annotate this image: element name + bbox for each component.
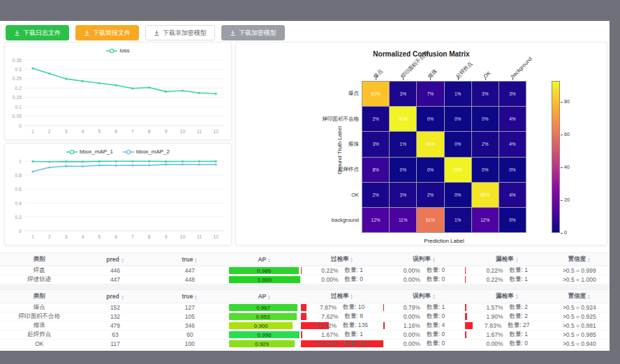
class-cell: 焊缝轨迹 [0,275,79,285]
overdetect-cell: 117.00%数量: 117 [301,340,383,349]
missdetect-cell: 0.22%数量: 1 [465,275,549,285]
column-header-4[interactable]: 过检率▲▼ [301,290,383,303]
matrix-cell: 0% [499,208,526,232]
download-plain-model-button[interactable]: 下载非加密模型 [145,25,215,40]
svg-text:4: 4 [81,129,84,134]
loss-chart-card: loss 00.050.10.150.20.250.30.35123456789… [4,42,232,140]
svg-text:0.3: 0.3 [15,67,22,72]
overdetect-cell: 7.87%数量: 10 [301,303,383,312]
rate-cell: 0.22%数量: 1 [465,266,549,275]
matrix-cell: 89% [472,183,499,207]
sort-icon[interactable]: ▲▼ [350,294,353,299]
svg-text:0.2: 0.2 [15,215,22,220]
dashboard: 下载日志文件 下载简报文件 下载非加密模型 下载加密模型 loss 00.050… [0,21,610,351]
sort-icon[interactable]: ▲▼ [194,294,198,300]
table-row: 焊盘4464470.9860.22%数量: 10.00%数量: 00.22%数量… [0,266,610,275]
table-row: 熔珠4793460.90039.42%数量: 1361.16%数量: 47.83… [0,321,610,331]
svg-text:0: 0 [19,123,22,128]
rate-cell: 117.00%数量: 117 [301,340,383,348]
column-header-4[interactable]: 过检率▲▼ [301,253,383,266]
pred-cell: 63 [79,331,152,340]
sort-icon[interactable]: ▲▼ [121,257,124,263]
column-header-0: 类别 [0,253,79,266]
matrix-cell: 92% [445,158,471,182]
column-header-1[interactable]: pred▲▼ [79,290,152,303]
pred-cell: 152 [79,303,152,312]
colorbar-tick-label: 0 [564,230,567,235]
download-log-button[interactable]: 下载日志文件 [6,25,69,40]
matrix-column-label: background [510,56,533,79]
svg-text:11: 11 [197,234,202,239]
column-header-5[interactable]: 误判率▲▼ [383,253,465,266]
sort-icon[interactable]: ▲▼ [350,257,353,262]
confusion-matrix-grid: 81%3%7%1%3%3%2%92%0%0%0%4%3%1%90%0%2%4%8… [362,81,526,233]
matrix-cell: 0% [445,107,471,131]
axis-tick [485,78,486,80]
svg-text:0: 0 [19,229,22,234]
sort-icon[interactable]: ▲▼ [432,294,436,299]
misjudge-cell: 1.16%数量: 4 [383,321,465,331]
svg-text:2: 2 [48,129,51,134]
column-header-3[interactable]: AP▲▼ [228,290,301,303]
matrix-cell: 61% [417,208,443,232]
axis-tick [403,78,404,80]
rate-cell: 1.16%数量: 4 [383,321,465,330]
matrix-cell: 11% [390,208,416,232]
confidence-cell: >0.5 = 1.000 [549,275,610,285]
svg-text:12: 12 [213,234,219,239]
sort-icon[interactable]: ▲▼ [267,294,271,300]
matrix-row-label: 焊印面积不合格 [236,116,359,123]
ap-bar: 1.000 [229,276,300,283]
svg-text:1: 1 [31,234,34,239]
sort-icon[interactable]: ▲▼ [432,257,436,262]
legend-item-bbox_mAP_1[interactable]: bbox_mAP_1 [66,147,113,156]
matrix-column-label: OK [482,70,492,79]
table-row: 起焊炸点63600.9961.67%数量: 10.00%数量: 01.67%数量… [0,331,610,340]
confusion-matrix-card: Normalized Confusion Matrix Ground Truth… [235,42,607,245]
rate-cell: 1.67%数量: 1 [465,331,549,339]
matrix-cell: 0% [445,183,471,207]
legend-item-loss[interactable]: loss [106,46,129,55]
matrix-row-label: 爆点 [236,90,359,97]
sort-icon[interactable]: ▲▼ [515,257,519,262]
svg-text:3: 3 [65,234,68,239]
column-header-6[interactable]: 漏检率▲▼ [465,290,549,303]
column-header-6[interactable]: 漏检率▲▼ [465,253,549,266]
svg-text:0.25: 0.25 [12,76,22,81]
sort-icon[interactable]: ▲▼ [121,294,124,300]
column-header-2[interactable]: true▲▼ [152,253,228,266]
sort-icon[interactable]: ▲▼ [515,294,519,299]
ap-bar: 0.996 [229,331,300,338]
column-header-3[interactable]: AP▲▼ [228,253,301,266]
class-cell: 起焊炸点 [0,331,79,340]
loss-line-chart: 00.050.10.150.20.250.30.3512345678910111… [5,55,231,136]
column-header-7[interactable]: 置信度▲▼ [549,253,610,266]
sort-icon[interactable]: ▲▼ [194,257,198,263]
class-cell: 爆点 [0,303,79,312]
download-icon [230,30,236,36]
class-cell: 熔珠 [0,321,79,331]
overdetect-cell: 1.67%数量: 1 [301,331,383,340]
axis-tick [430,78,431,80]
column-header-5[interactable]: 误判率▲▼ [383,290,465,303]
column-header-1[interactable]: pred▲▼ [79,253,152,266]
sort-icon[interactable]: ▲▼ [267,257,271,263]
misjudge-cell: 0.79%数量: 1 [383,303,465,312]
axis-tick [512,78,513,80]
matrix-cell: 1% [445,208,471,232]
misjudge-cell: 0.00%数量: 0 [383,275,465,285]
column-header-7[interactable]: 置信度▲▼ [549,290,610,303]
svg-text:5: 5 [98,129,101,134]
svg-text:11: 11 [197,129,202,134]
matrix-cell: 4% [499,132,526,156]
colorbar-tick [561,135,563,135]
rate-cell: 0.79%数量: 1 [383,303,465,312]
download-report-button[interactable]: 下载简报文件 [75,25,139,40]
sort-icon[interactable]: ▲▼ [587,294,591,299]
matrix-cell: 3% [499,82,526,106]
sort-icon[interactable]: ▲▼ [587,257,591,262]
ap-cell: 0.996 [228,331,301,340]
column-header-2[interactable]: true▲▼ [152,290,228,303]
download-encrypted-model-button[interactable]: 下载加密模型 [221,25,285,40]
legend-item-bbox_mAP_2[interactable]: bbox_mAP_2 [123,147,170,156]
